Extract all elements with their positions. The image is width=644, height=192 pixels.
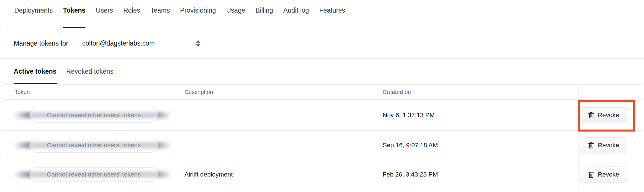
tab-audit-log[interactable]: Audit log <box>283 0 309 28</box>
revoke-button[interactable]: Revoke <box>580 137 627 153</box>
column-header-actions <box>579 85 642 99</box>
revoke-button[interactable]: Revoke <box>580 107 627 123</box>
manage-tokens-label: Manage tokens for <box>14 40 68 47</box>
token-cell: Cannot reveal other users' tokens <box>3 160 178 189</box>
content-left-border <box>1 0 1 192</box>
table-row: Cannot reveal other users' tokens Sep 16… <box>3 131 642 160</box>
token-masked-pill: Cannot reveal other users' tokens <box>29 108 158 122</box>
revoke-button-label: Revoke <box>598 111 619 119</box>
token-cell: Cannot reveal other users' tokens <box>3 131 178 160</box>
tab-teams[interactable]: Teams <box>150 0 170 28</box>
description-cell <box>178 131 376 160</box>
table-row: Cannot reveal other users' tokens Airlif… <box>3 160 642 189</box>
column-header-description: Description <box>178 85 376 99</box>
trash-icon <box>588 142 595 149</box>
actions-cell: Revoke <box>579 160 642 189</box>
actions-cell: Revoke <box>579 131 642 160</box>
tab-revoked-tokens[interactable]: Revoked tokens <box>66 59 114 84</box>
tab-roles[interactable]: Roles <box>123 0 140 28</box>
tab-tokens[interactable]: Tokens <box>63 0 86 28</box>
column-header-created-on: Created on <box>376 85 579 99</box>
revoke-button-label: Revoke <box>598 142 619 149</box>
up-down-caret-icon <box>196 40 201 47</box>
manage-tokens-section: Manage tokens for colton@dagsterlabs.com <box>0 28 644 59</box>
token-user-select-value: colton@dagsterlabs.com <box>82 40 155 47</box>
admin-tab-bar: Deployments Tokens Users Roles Teams Pro… <box>0 0 644 28</box>
token-masked-pill: Cannot reveal other users' tokens <box>29 167 158 182</box>
created-on-cell: Sep 16, 9:07:18 AM <box>376 131 579 160</box>
tab-features[interactable]: Features <box>319 0 345 28</box>
tab-deployments[interactable]: Deployments <box>14 0 53 28</box>
tab-active-tokens[interactable]: Active tokens <box>14 59 57 84</box>
table-header-row: Token Description Created on <box>3 85 642 100</box>
tab-provisioning[interactable]: Provisioning <box>180 0 216 28</box>
token-user-select[interactable]: colton@dagsterlabs.com <box>76 36 207 51</box>
column-header-token: Token <box>3 85 178 99</box>
revoke-button[interactable]: Revoke <box>580 166 627 182</box>
created-on-cell: Feb 26, 3:43:23 PM <box>376 160 579 189</box>
revoke-button-label: Revoke <box>598 171 619 178</box>
trash-icon <box>588 111 595 119</box>
token-cell: Cannot reveal other users' tokens <box>3 100 178 130</box>
description-cell: Airlift deployment <box>178 160 376 189</box>
tab-users[interactable]: Users <box>96 0 113 28</box>
tab-billing[interactable]: Billing <box>255 0 273 28</box>
token-state-tabs: Active tokens Revoked tokens <box>0 59 644 84</box>
trash-icon <box>588 171 595 178</box>
created-on-cell: Nov 6, 1:37:13 PM <box>376 100 579 130</box>
token-masked-pill: Cannot reveal other users' tokens <box>29 138 158 152</box>
tokens-table: Token Description Created on Cannot reve… <box>3 84 642 189</box>
description-cell <box>178 100 376 130</box>
tab-usage[interactable]: Usage <box>226 0 245 28</box>
table-row: Cannot reveal other users' tokens Nov 6,… <box>3 100 642 131</box>
actions-cell: Revoke <box>579 100 642 130</box>
